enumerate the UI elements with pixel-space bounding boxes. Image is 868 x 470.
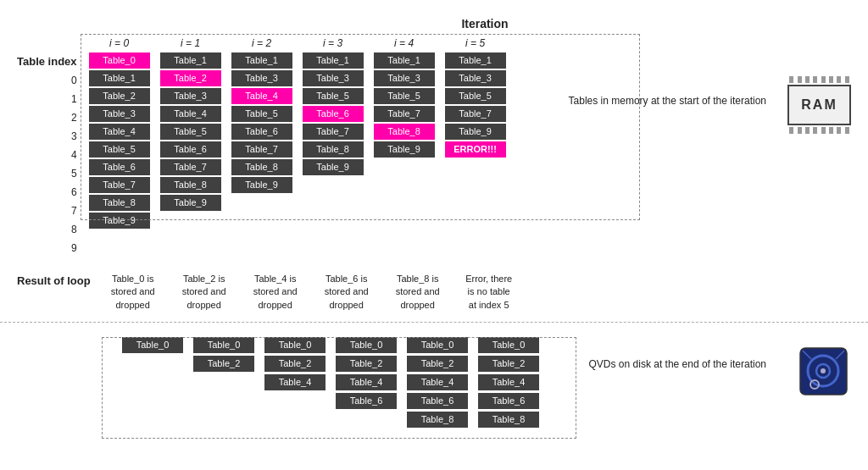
disk-label: QVDs on disk at the end of the iteration: [589, 358, 766, 370]
table-cell-0-9: Table_9: [89, 213, 150, 229]
table-index-col: Table index 0 1 2 3 4 5 6 7 8 9: [17, 53, 86, 257]
table-cell-4-3: Table_7: [374, 106, 435, 122]
disk-icon: [796, 344, 851, 401]
table-cell-3-2: Table_5: [303, 88, 364, 104]
bottom-cell-4-3: Table_6: [407, 393, 468, 409]
bottom-col-5: Table_0Table_2Table_4Table_6Table_8: [475, 337, 542, 430]
hard-disk-svg: [796, 344, 851, 399]
bottom-cell-2-2: Table_4: [264, 374, 326, 390]
table-cell-1-1: Table_2: [160, 70, 221, 86]
table-cell-3-4: Table_7: [303, 124, 364, 140]
table-cell-1-5: Table_6: [160, 141, 221, 158]
iter-header-3: i = 3: [323, 34, 342, 53]
table-cell-4-7: [374, 177, 435, 193]
ram-label: Tables in memory at the start of the ite…: [569, 95, 766, 107]
table-cell-3-5: Table_8: [303, 141, 364, 158]
table-cell-1-4: Table_5: [160, 124, 221, 140]
table-cell-2-9: [231, 213, 292, 229]
table-cell-5-6: [445, 159, 506, 175]
result-col-0: Table_0 is stored and dropped: [99, 273, 167, 312]
table-cell-4-8: [374, 195, 435, 211]
bottom-cell-3-1: Table_2: [336, 356, 397, 372]
ram-label-area: Tables in memory at the start of the ite…: [569, 93, 766, 108]
table-cell-3-0: Table_1: [303, 53, 364, 69]
index-row-9: 9: [17, 239, 86, 257]
top-section: Iteration Table index 0 1 2 3 4 5 6 7 8 …: [0, 8, 868, 266]
table-cell-2-1: Table_3: [231, 70, 292, 86]
bottom-cell-1-1: Table_2: [193, 356, 254, 372]
iter-header-0: i = 0: [109, 34, 129, 53]
table-cell-5-2: Table_5: [445, 88, 506, 104]
bottom-cell-5-3: Table_6: [478, 393, 539, 409]
table-cell-4-5: Table_9: [374, 141, 435, 158]
table-cell-5-0: Table_1: [445, 53, 506, 69]
result-col-2: Table_4 is stored and dropped: [242, 273, 309, 312]
bottom-cell-4-0: Table_0: [407, 337, 468, 353]
result-cols: Table_0 is stored and droppedTable_2 is …: [99, 273, 526, 312]
table-cell-4-4: Table_8: [374, 124, 435, 140]
index-row-3: 3: [17, 127, 86, 146]
iteration-col-5: i = 5Table_1Table_3Table_5Table_7Table_9…: [442, 34, 509, 230]
table-cell-2-6: Table_8: [231, 159, 292, 175]
table-cell-0-1: Table_1: [89, 70, 150, 86]
index-row-0: 0: [17, 71, 86, 90]
iterations-area: i = 0Table_0Table_1Table_2Table_3Table_4…: [86, 34, 513, 230]
table-cell-2-2: Table_4: [231, 88, 292, 104]
table-cell-3-6: Table_9: [303, 159, 364, 175]
iteration-label: Iteration: [119, 17, 851, 30]
table-cell-5-4: Table_9: [445, 124, 506, 140]
index-row-6: 6: [17, 183, 86, 202]
bottom-cell-2-0: Table_0: [264, 337, 326, 353]
bottom-cell-3-0: Table_0: [336, 337, 397, 353]
iter-header-4: i = 4: [394, 34, 414, 53]
index-row-2: 2: [17, 108, 86, 127]
bottom-cell-2-1: Table_2: [264, 356, 326, 372]
table-cell-0-2: Table_2: [89, 88, 150, 104]
iteration-col-0: i = 0Table_0Table_1Table_2Table_3Table_4…: [86, 34, 153, 230]
result-col-3: Table_6 is stored and dropped: [313, 273, 381, 312]
iter-header-5: i = 5: [465, 34, 485, 53]
table-cell-2-4: Table_6: [231, 124, 292, 140]
bottom-cell-1-0: Table_0: [193, 337, 254, 353]
index-row-8: 8: [17, 220, 86, 239]
bottom-cell-5-4: Table_8: [478, 412, 539, 428]
table-cell-1-8: Table_9: [160, 195, 221, 211]
table-cell-0-3: Table_3: [89, 106, 150, 122]
table-cell-4-0: Table_1: [374, 53, 435, 69]
table-cell-5-1: Table_3: [445, 70, 506, 86]
table-cell-5-5: ERROR!!!: [445, 141, 506, 158]
bottom-cols-area: Table_0Table_0Table_2Table_0Table_2Table…: [119, 337, 546, 430]
bottom-col-3: Table_0Table_2Table_4Table_6: [332, 337, 400, 430]
table-cell-1-2: Table_3: [160, 88, 221, 104]
table-cell-1-0: Table_1: [160, 53, 221, 69]
bottom-grid: Table_0Table_0Table_2Table_0Table_2Table…: [17, 337, 851, 430]
table-cell-0-5: Table_5: [89, 141, 150, 158]
bottom-col-4: Table_0Table_2Table_4Table_6Table_8: [403, 337, 471, 430]
table-cell-3-3: Table_6: [303, 106, 364, 122]
table-cell-1-6: Table_7: [160, 159, 221, 175]
table-cell-5-9: [445, 213, 506, 229]
main-container: Iteration Table index 0 1 2 3 4 5 6 7 8 …: [0, 0, 868, 447]
table-cell-5-7: [445, 177, 506, 193]
bottom-cell-3-3: Table_6: [336, 393, 397, 409]
disk-label-area: QVDs on disk at the end of the iteration: [589, 357, 766, 372]
bottom-col-1: Table_0Table_2: [190, 337, 258, 430]
table-cell-3-7: [303, 177, 364, 193]
index-row-4: 4: [17, 146, 86, 164]
table-cell-4-9: [374, 213, 435, 229]
ram-icon: RAM: [787, 76, 851, 136]
table-cell-0-7: Table_7: [89, 177, 150, 193]
table-cell-2-5: Table_7: [231, 141, 292, 158]
result-label: Result of loop: [17, 273, 99, 312]
result-col-5: Error, there is no table at index 5: [455, 273, 523, 312]
bottom-cell-5-0: Table_0: [478, 337, 539, 353]
iter-header-2: i = 2: [252, 34, 271, 53]
table-index-header: Table index: [17, 53, 86, 71]
bottom-cell-0-0: Table_0: [122, 337, 183, 353]
result-col-4: Table_8 is stored and dropped: [384, 273, 452, 312]
table-cell-3-1: Table_3: [303, 70, 364, 86]
iteration-col-3: i = 3Table_1Table_3Table_5Table_6Table_7…: [299, 34, 367, 230]
table-grid: Table index 0 1 2 3 4 5 6 7 8 9 i = 0Tab…: [17, 34, 851, 257]
table-cell-1-9: [160, 213, 221, 229]
result-section: Result of loop Table_0 is stored and dro…: [0, 273, 868, 323]
